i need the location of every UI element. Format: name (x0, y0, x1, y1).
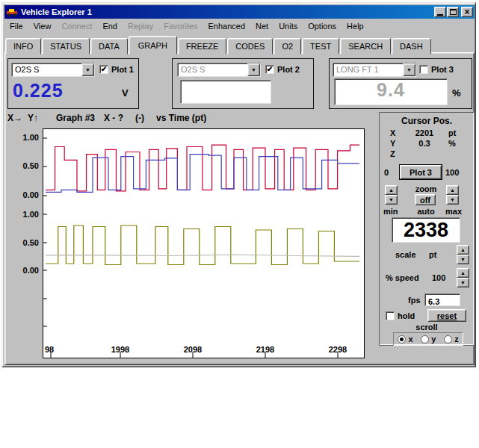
menu-connect[interactable]: Connect (56, 20, 97, 32)
spin-down-button[interactable]: ▼ (385, 195, 398, 205)
maximize-button[interactable] (447, 7, 459, 17)
scroll-y-radio[interactable]: y (421, 335, 436, 343)
spin-up-button[interactable]: ▲ (385, 185, 398, 195)
plot1-checkbox[interactable]: ✔ Plot 1 (99, 65, 134, 74)
menu-view[interactable]: View (28, 20, 57, 32)
cursor-x-label: X (390, 128, 395, 137)
menu-end[interactable]: End (97, 20, 123, 32)
plot3-value-field: 9.4 (334, 78, 448, 105)
zoom-label: zoom (402, 184, 450, 193)
x-tick-label: 98 (45, 345, 63, 354)
scroll-radio-group: x y z (393, 332, 463, 346)
plot1-channel-select[interactable]: O2S S ▼ (11, 63, 95, 77)
menu-net[interactable]: Net (250, 20, 274, 32)
y-tick-label: 0.00 (15, 190, 39, 199)
spin-down-button[interactable]: ▼ (446, 195, 459, 205)
plot2-checkbox[interactable]: ✔ Plot 2 (265, 65, 300, 74)
plot2-checkbox-label: Plot 2 (277, 65, 300, 74)
y-axis-arrow: Y↑ (28, 113, 38, 123)
plot3-value: 9.4 (377, 79, 405, 100)
spin-up-button[interactable]: ▲ (457, 268, 469, 278)
range-low: 0 (384, 168, 389, 177)
plot-select-button[interactable]: Plot 3 (400, 165, 442, 179)
arrow-down-icon: ▼ (460, 257, 466, 262)
tab-freeze[interactable]: FREEZE (178, 38, 226, 55)
tab-data[interactable]: DATA (90, 38, 128, 55)
zoom-off-button[interactable]: off (415, 194, 436, 205)
auto-label: auto (402, 207, 450, 216)
menu-units[interactable]: Units (274, 20, 303, 32)
plot3-checkbox[interactable]: ✔ Plot 3 (419, 65, 454, 74)
cursor-z-label: Z (390, 149, 395, 158)
scale-unit: pt (429, 250, 436, 259)
radio-icon (444, 335, 452, 343)
fps-label: fps (408, 296, 421, 305)
traces-svg (43, 129, 364, 358)
x-tick-label: 2298 (323, 345, 353, 354)
menu-file[interactable]: File (4, 20, 28, 32)
menu-favorites[interactable]: Favorites (158, 20, 203, 32)
tab-o2[interactable]: O2 (274, 38, 301, 55)
plot2-group: O2S S ▼ ✔ Plot 2 (172, 58, 314, 109)
spin-up-button[interactable]: ▲ (446, 185, 459, 195)
tab-info[interactable]: INFO (5, 38, 41, 55)
tab-strip: INFO STATUS DATA GRAPH FREEZE CODES O2 T… (5, 36, 432, 55)
position-value: 2338 (404, 219, 448, 242)
minimize-button[interactable] (434, 7, 446, 17)
hold-checkbox-label: hold (398, 311, 415, 320)
graph-title: Graph #3 (56, 113, 95, 123)
tab-dash[interactable]: DASH (392, 38, 431, 55)
x-tick-label: 1998 (105, 345, 135, 354)
tab-test[interactable]: TEST (302, 38, 339, 55)
checkbox-box: ✔ (386, 311, 395, 320)
arrow-up-icon: ▲ (389, 187, 394, 193)
scroll-x-radio[interactable]: x (398, 335, 412, 343)
title-bar[interactable]: Vehicle Explorer 1 × (4, 5, 475, 19)
scroll-z-radio[interactable]: z (444, 335, 459, 343)
cursor-x-value: 2201 (408, 128, 441, 137)
tab-search[interactable]: SEARCH (340, 38, 391, 55)
chevron-down-icon[interactable]: ▼ (247, 63, 260, 76)
menu-enhanced[interactable]: Enhanced (203, 20, 250, 32)
fps-value: 6.3 (425, 297, 439, 306)
plot3-checkbox-label: Plot 3 (431, 65, 454, 74)
close-button[interactable]: × (461, 7, 473, 17)
plot2-channel-select[interactable]: O2S S ▼ (177, 63, 261, 77)
y-tick-label: 0.50 (15, 161, 39, 170)
plot1-checkbox-label: Plot 1 (111, 65, 134, 74)
reset-button[interactable]: reset (427, 309, 466, 322)
menu-replay[interactable]: Replay (123, 20, 158, 32)
spin-down-button[interactable]: ▼ (457, 255, 469, 264)
zoom-min-spinner: ▲ ▼ (385, 185, 398, 205)
plot3-channel-value: LONG FT 1 (333, 63, 403, 76)
tab-graph[interactable]: GRAPH (129, 36, 177, 55)
tab-codes[interactable]: CODES (227, 38, 273, 55)
cursor-pos-title: Cursor Pos. (380, 116, 474, 126)
arrow-up-icon: ▲ (460, 247, 466, 252)
y-tick-label: 0.50 (15, 238, 39, 247)
chevron-down-icon[interactable]: ▼ (81, 63, 94, 76)
cursor-panel: Cursor Pos. X 2201 pt Y 0.3 % Z 0 Plot 3… (379, 112, 475, 346)
graph-tab-content: O2S S ▼ ✔ Plot 1 0.225 V O2S S ▼ ✔ Plot … (4, 52, 475, 365)
chevron-down-icon[interactable]: ▼ (403, 63, 415, 76)
checkbox-box: ✔ (265, 65, 274, 74)
spin-down-button[interactable]: ▼ (457, 278, 469, 287)
cursor-y-value: 0.3 (408, 139, 441, 148)
speed-label: % speed (386, 273, 419, 282)
radio-label: y (431, 335, 436, 343)
arrow-up-icon: ▲ (460, 270, 466, 276)
tab-status[interactable]: STATUS (42, 38, 90, 55)
plot-area[interactable]: 98 1998 2098 2198 2298 (43, 128, 365, 358)
min-label: min (383, 207, 398, 216)
plot1-group: O2S S ▼ ✔ Plot 1 0.225 V (7, 58, 139, 109)
spin-up-button[interactable]: ▲ (457, 245, 469, 255)
speed-value: 100 (432, 273, 445, 282)
hold-checkbox[interactable]: ✔ hold (386, 311, 415, 320)
plot1-channel-value: O2S S (12, 63, 81, 76)
menu-options[interactable]: Options (303, 20, 342, 32)
menu-help[interactable]: Help (342, 20, 369, 32)
plot1-value: 0.225 (13, 80, 64, 102)
trace-olive (46, 225, 359, 265)
plot3-channel-select[interactable]: LONG FT 1 ▼ (333, 63, 416, 77)
window-title: Vehicle Explorer 1 (21, 7, 433, 16)
